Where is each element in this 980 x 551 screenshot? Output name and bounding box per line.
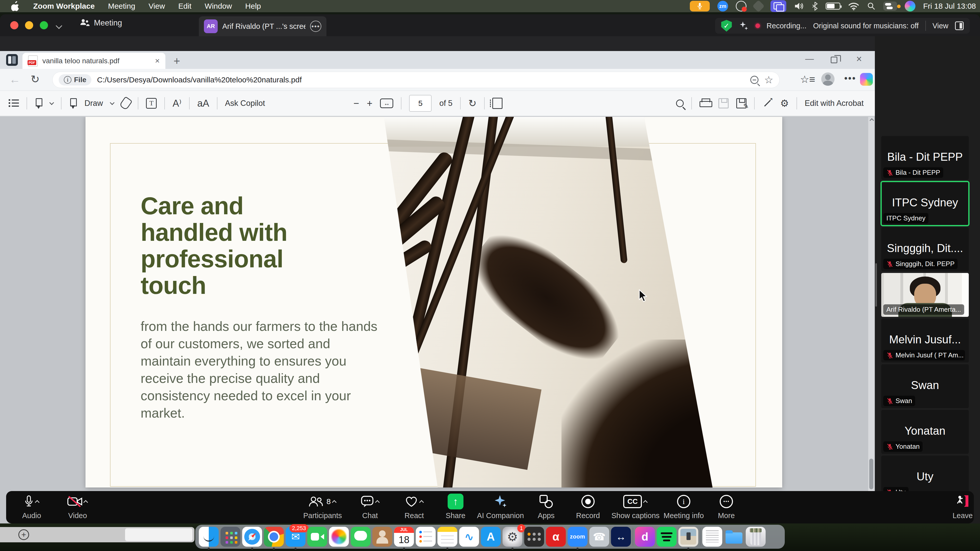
dock-safari-icon[interactable]	[242, 527, 262, 547]
draw-button[interactable]: Draw	[84, 99, 103, 108]
battery-icon[interactable]	[826, 3, 840, 10]
video-options-chevron-icon[interactable]	[83, 500, 88, 505]
screen-record-icon[interactable]	[736, 1, 746, 11]
dock-messages-icon[interactable]	[351, 527, 371, 547]
menu-item-view[interactable]: View	[148, 2, 165, 11]
participant-tile[interactable]: Singggih, Dit.... Singggih, Dit. PEPP	[881, 227, 969, 271]
menu-item-help[interactable]: Help	[245, 2, 261, 11]
participant-tile[interactable]: Bila - Dit PEPP Bila - Dit PEPP	[881, 136, 969, 180]
menu-item-meeting[interactable]: Meeting	[108, 2, 135, 11]
dock-reminders-icon[interactable]	[416, 527, 436, 547]
scroll-up-icon[interactable]	[870, 118, 874, 123]
eraser-icon[interactable]	[119, 96, 133, 110]
favorite-star-icon[interactable]: ☆	[764, 74, 773, 86]
fullscreen-window-button[interactable]	[40, 21, 48, 29]
wifi-icon[interactable]	[848, 2, 859, 10]
zoom-out-icon[interactable]: −	[353, 98, 359, 109]
participant-tile[interactable]: Melvin Jusuf... Melvin Jusuf ( PT Am...	[881, 319, 969, 362]
dock-settings-icon[interactable]: ⚙1	[503, 527, 522, 547]
window-restore-button[interactable]	[831, 57, 837, 63]
expand-icon[interactable]	[762, 98, 773, 108]
dim-status-icon[interactable]	[752, 0, 765, 12]
plus-circle-icon[interactable]: +	[18, 529, 29, 540]
menu-bar-clock[interactable]: Fri 18 Jul 13:08	[923, 2, 976, 11]
dock-photos-icon[interactable]	[329, 527, 349, 547]
dock-downloads-folder-icon[interactable]	[724, 527, 744, 547]
apple-logo-icon[interactable]	[11, 1, 20, 11]
minimize-window-button[interactable]	[25, 21, 33, 29]
dock-contacts-icon[interactable]	[372, 527, 392, 547]
copilot-icon[interactable]	[860, 73, 873, 86]
settings-gear-icon[interactable]: ⚙	[780, 98, 789, 109]
browser-menu-icon[interactable]: •••	[844, 73, 856, 84]
favorites-list-icon[interactable]: ☆≡	[800, 73, 815, 85]
read-aloud-icon[interactable]: A⁾	[172, 98, 181, 109]
page-number-input[interactable]: 5	[409, 95, 431, 112]
menu-item-window[interactable]: Window	[205, 2, 232, 11]
audio-options-chevron-icon[interactable]	[35, 500, 39, 505]
pdf-scrollbar[interactable]	[868, 117, 874, 524]
edit-with-acrobat-button[interactable]: Edit with Acrobat	[805, 99, 864, 108]
more-button[interactable]: ••• More	[698, 494, 754, 520]
dock-acrobat-icon[interactable]: α	[546, 527, 566, 547]
captions-chevron-icon[interactable]	[643, 500, 648, 505]
new-tab-button[interactable]: +	[173, 55, 180, 67]
dock-launchpad-icon[interactable]	[221, 527, 240, 547]
bluetooth-icon[interactable]	[812, 2, 818, 11]
print-icon[interactable]	[700, 98, 711, 108]
highlighter-icon[interactable]	[35, 98, 42, 109]
react-chevron-icon[interactable]	[419, 500, 424, 505]
pdf-viewport[interactable]: Care and handled with professional touch…	[0, 117, 875, 524]
page-view-icon[interactable]	[492, 98, 503, 109]
zoom-menu-icon[interactable]: zm	[718, 1, 728, 11]
save-as-icon[interactable]: ✎	[736, 98, 746, 108]
highlighter-chevron-icon[interactable]	[49, 100, 54, 105]
original-sound-status[interactable]: Original sound for musicians: off	[813, 22, 919, 30]
tab-meeting[interactable]: Meeting	[80, 18, 122, 27]
close-window-button[interactable]	[10, 21, 18, 29]
dock-facetime-icon[interactable]	[307, 527, 327, 547]
window-minimize-button[interactable]: —	[805, 54, 814, 64]
dock-d-sparkle-app-icon[interactable]: d	[635, 527, 655, 547]
menu-app-name[interactable]: Zoom Workplace	[33, 2, 95, 11]
dock-mail-icon[interactable]: ✉2,253	[286, 527, 305, 547]
url-text[interactable]: C:/Users/Desya/Downloads/vanilla%20teloo…	[97, 76, 745, 84]
rotate-icon[interactable]: ↻	[468, 98, 476, 109]
dock-zoom-icon[interactable]: zoom	[568, 527, 587, 547]
view-layout-icon[interactable]	[955, 21, 964, 30]
recording-status[interactable]: Recording...	[767, 22, 807, 30]
captions-button[interactable]: CC Show captions	[608, 494, 663, 520]
file-scheme-chip[interactable]: i File	[59, 74, 91, 86]
zoom-out-page-icon[interactable]	[750, 76, 759, 84]
security-shield-icon[interactable]	[721, 20, 732, 32]
participant-tile-active-speaker[interactable]: ITPC Sydney ITPC Sydney	[881, 182, 969, 225]
dock-trash-icon[interactable]	[746, 527, 765, 547]
fit-to-width-icon[interactable]: ↔	[380, 98, 393, 108]
video-button[interactable]: Video	[49, 494, 106, 520]
zoom-in-icon[interactable]: +	[367, 98, 372, 109]
leave-button[interactable]: Leave	[935, 494, 980, 520]
browser-profile-avatar[interactable]	[821, 73, 835, 86]
tab-options-icon[interactable]: •••	[310, 21, 321, 32]
dock-minimized-window-thumbnail[interactable]	[678, 527, 698, 547]
chat-chevron-icon[interactable]	[375, 500, 380, 505]
screen-mirroring-icon[interactable]	[770, 0, 786, 12]
control-center-icon[interactable]	[883, 2, 897, 11]
chevron-down-icon[interactable]	[56, 22, 62, 29]
dock-calculator-icon[interactable]	[524, 527, 544, 547]
ai-sparkle-icon[interactable]	[738, 21, 749, 31]
dock-spotify-icon[interactable]	[657, 527, 676, 547]
dock-whatsapp-icon[interactable]: ☎	[589, 527, 609, 547]
dock-freeform-icon[interactable]: ∿	[459, 527, 479, 547]
participant-tile-video[interactable]: Arif Rivaldo (PT Amerta...	[881, 273, 969, 317]
mic-in-use-indicator[interactable]	[690, 1, 710, 11]
dock-minimized-document-thumbnail[interactable]	[702, 527, 722, 547]
add-text-icon[interactable]: T	[146, 98, 157, 109]
spotlight-search-icon[interactable]	[867, 2, 876, 11]
back-icon[interactable]: ←	[9, 73, 21, 86]
url-field[interactable]: i File C:/Users/Desya/Downloads/vanilla%…	[52, 72, 780, 88]
draw-pen-icon[interactable]	[69, 98, 77, 109]
search-icon[interactable]	[676, 100, 684, 107]
scrollbar-thumb[interactable]	[869, 459, 873, 489]
tab-shared-screen[interactable]: AR Arif Rivaldo (PT ...'s screen •••	[199, 16, 326, 36]
